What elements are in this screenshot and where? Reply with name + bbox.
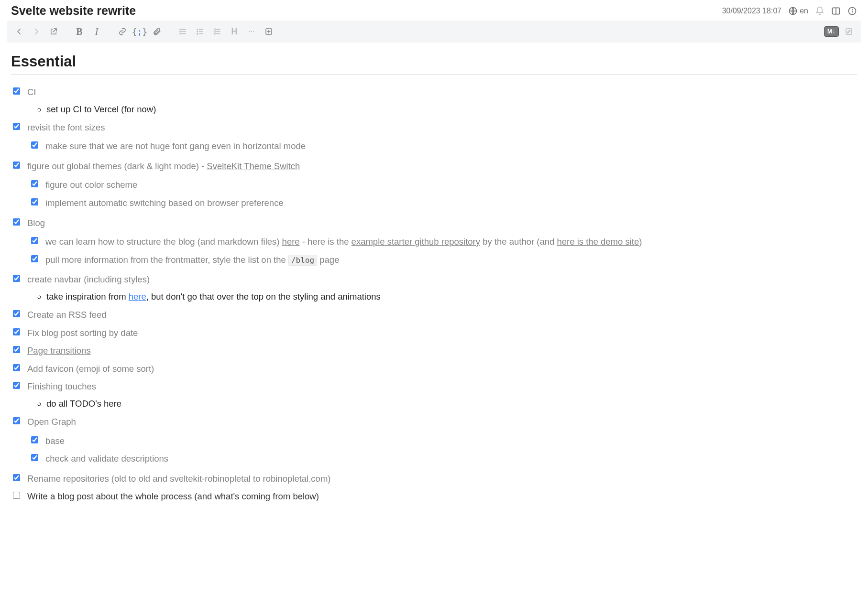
code-button[interactable]: {;} [132,24,147,39]
task-item: Rename repositories (old to old and svel… [11,470,857,488]
subtask-row: we can learn how to structure the blog (… [29,235,857,249]
subtask-item: implement automatic switching based on b… [29,194,857,212]
bullet-item: do all TODO's here [46,397,857,411]
task-row: Page transitions [11,344,857,358]
task-checkbox[interactable] [13,123,20,130]
info-icon[interactable] [847,6,857,16]
edit-mode-button[interactable] [842,24,856,39]
subtask-item: check and validate descriptions [29,450,857,468]
task-checkbox[interactable] [31,141,38,149]
task-item: Create an RSS feed [11,306,857,324]
link[interactable]: example starter github repository [352,237,480,247]
task-row: Write a blog post about the whole proces… [11,489,857,504]
subtask-row: pull more information from the frontmatt… [29,253,857,267]
task-checkbox[interactable] [13,417,20,424]
ordered-list-button[interactable] [193,24,207,39]
bell-icon[interactable] [815,6,824,16]
task-checkbox[interactable] [13,87,20,95]
bullet-list: set up CI to Vercel (for now) [11,102,857,117]
svg-point-20 [249,31,250,32]
link[interactable]: here is the demo site [557,237,639,247]
task-item: Open Graphbasecheck and validate descrip… [11,413,857,470]
subtask-item: figure out color scheme [29,176,857,194]
page-title: Svelte website rewrite [11,4,136,18]
link[interactable]: here [129,291,146,302]
task-checkbox[interactable] [31,180,38,187]
heading-button[interactable]: H [227,24,242,39]
task-checkbox[interactable] [13,275,20,282]
link[interactable]: here [282,237,300,247]
task-row: CI [11,85,857,99]
task-list: CIset up CI to Vercel (for now)revisit t… [11,83,857,506]
svg-point-21 [251,31,252,32]
task-checkbox[interactable] [31,198,38,205]
task-row: Finishing touches [11,379,857,394]
task-checkbox[interactable] [13,218,20,226]
task-checkbox[interactable] [31,237,38,244]
attachment-button[interactable] [150,24,164,39]
task-checkbox[interactable] [13,328,20,335]
nav-back-button[interactable] [12,24,26,39]
task-row: Add favicon (emoji of some sort) [11,362,857,376]
task-checkbox[interactable] [31,454,38,461]
globe-icon [788,6,798,16]
svg-point-12 [180,31,181,32]
link[interactable]: Page transitions [27,345,91,356]
task-checkbox[interactable] [13,346,20,353]
task-row: Blog [11,216,857,230]
split-view-icon[interactable] [831,6,841,16]
subtask-list: figure out color schemeimplement automat… [11,176,857,212]
task-row: Fix blog post sorting by date [11,326,857,340]
inline-code: /blog [288,255,317,266]
add-button[interactable] [262,24,276,39]
task-checkbox[interactable] [13,382,20,389]
task-row: create navbar (including styles) [11,272,857,287]
task-row: Open Graph [11,415,857,429]
timestamp: 30/09/2023 18:07 [722,7,782,15]
italic-button[interactable]: I [89,24,104,39]
subtask-item: make sure that we are not huge font gang… [29,137,857,155]
task-checkbox[interactable] [13,364,20,371]
svg-rect-26 [846,29,852,34]
bold-button[interactable]: B [72,24,87,39]
task-checkbox[interactable] [31,255,38,262]
subtask-list: basecheck and validate descriptions [11,432,857,468]
toolbar: B I {;} H M↓ [7,21,861,43]
language-label: en [800,7,808,15]
bullet-list: take inspiration from here, but don't go… [11,290,857,304]
task-checkbox[interactable] [13,474,20,481]
header: Svelte website rewrite 30/09/2023 18:07 … [7,0,861,21]
task-checkbox[interactable] [31,436,38,443]
task-checkbox[interactable] [13,162,20,169]
subtask-item: base [29,432,857,450]
section-divider [11,74,857,75]
subtask-item: pull more information from the frontmatt… [29,251,857,269]
document-body[interactable]: Essential CIset up CI to Vercel (for now… [7,48,861,525]
task-item: Fix blog post sorting by date [11,324,857,342]
task-item: Blogwe can learn how to structure the bl… [11,214,857,271]
subtask-row: figure out color scheme [29,178,857,192]
link[interactable]: SvelteKit Theme Switch [207,161,300,171]
unordered-list-button[interactable] [176,24,190,39]
subtask-row: check and validate descriptions [29,452,857,466]
task-row: Create an RSS feed [11,308,857,322]
section-heading: Essential [11,53,857,70]
language-selector[interactable]: en [788,6,808,16]
checklist-button[interactable] [210,24,224,39]
nav-forward-button[interactable] [29,24,44,39]
open-external-button[interactable] [46,24,61,39]
task-checkbox[interactable] [13,310,20,317]
task-item: CIset up CI to Vercel (for now) [11,83,857,119]
task-item: figure out global themes (dark & light m… [11,157,857,214]
task-row: Rename repositories (old to old and svel… [11,472,857,486]
link-button[interactable] [115,24,130,39]
subtask-item: we can learn how to structure the blog (… [29,233,857,251]
task-item: revisit the font sizesmake sure that we … [11,119,857,157]
svg-line-7 [53,29,56,32]
subtask-list: make sure that we are not huge font gang… [11,137,857,155]
markdown-mode-badge[interactable]: M↓ [824,26,839,37]
task-checkbox[interactable] [13,492,20,499]
svg-point-6 [852,9,853,10]
bullet-list: do all TODO's here [11,397,857,411]
more-button[interactable] [244,24,259,39]
